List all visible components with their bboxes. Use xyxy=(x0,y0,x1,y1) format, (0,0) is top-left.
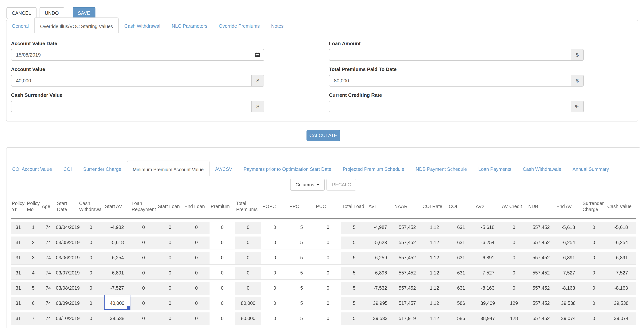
table-cell[interactable]: 557,452 xyxy=(393,249,421,264)
table-cell[interactable]: 517,919 xyxy=(393,310,421,325)
table-cell[interactable]: 0 xyxy=(501,279,527,295)
table-cell[interactable] xyxy=(235,325,261,328)
table-cell[interactable]: 5 xyxy=(288,234,315,249)
table-cell[interactable]: 0 xyxy=(157,264,183,279)
tab-payments-prior-to-optimization-start-date[interactable]: Payments prior to Optimization Start Dat… xyxy=(238,163,337,176)
table-cell[interactable]: 03/06/2019 xyxy=(56,249,78,264)
table-cell[interactable]: 0 xyxy=(157,279,183,295)
table-cell[interactable] xyxy=(393,325,421,328)
table-cell[interactable]: 1.12 xyxy=(421,279,448,295)
calculate-button[interactable]: CALCULATE xyxy=(306,130,340,141)
table-cell[interactable]: -8,163 xyxy=(606,279,636,295)
total-premiums-paid-input[interactable] xyxy=(329,75,571,87)
table-cell[interactable]: 586 xyxy=(448,310,474,325)
table-cell[interactable]: 5 xyxy=(288,279,315,295)
table-cell[interactable]: 586 xyxy=(448,295,474,310)
table-cell[interactable]: 0 xyxy=(183,310,210,325)
table-cell[interactable]: 0 xyxy=(78,234,104,249)
table-cell[interactable]: 1.12 xyxy=(421,295,448,310)
table-cell[interactable]: 2 xyxy=(26,234,41,249)
table-cell[interactable]: 5 xyxy=(341,295,367,310)
calendar-button[interactable] xyxy=(250,49,264,61)
table-cell[interactable]: 03/05/2019 xyxy=(56,234,78,249)
tab-ndb-payment-schedule[interactable]: NDB Payment Schedule xyxy=(410,163,473,176)
table-cell[interactable]: 557,452 xyxy=(527,279,555,295)
table-cell[interactable] xyxy=(341,325,367,328)
selected-cell[interactable]: 40,000 xyxy=(104,295,130,310)
table-cell[interactable]: 5 xyxy=(26,279,41,295)
table-cell[interactable] xyxy=(367,325,393,328)
table-cell[interactable]: -7,532 xyxy=(367,279,393,295)
table-cell[interactable]: 129 xyxy=(501,295,527,310)
table-cell[interactable]: 0 xyxy=(210,310,235,325)
table-cell[interactable]: 5 xyxy=(341,279,367,295)
table-cell[interactable]: 74 xyxy=(41,279,56,295)
table-cell[interactable]: -6,254 xyxy=(606,234,636,249)
table-cell[interactable]: -7,527 xyxy=(555,264,582,279)
table-cell[interactable] xyxy=(606,325,636,328)
table-cell[interactable]: 03/04/2019 xyxy=(56,219,78,234)
table-cell[interactable]: 80,000 xyxy=(235,295,261,310)
table-cell[interactable]: 74 xyxy=(41,310,56,325)
table-cell[interactable]: 557,452 xyxy=(393,264,421,279)
table-cell[interactable]: -6,254 xyxy=(474,234,501,249)
table-cell[interactable]: 0 xyxy=(315,295,341,310)
table-cell[interactable]: 0 xyxy=(130,234,157,249)
table-cell[interactable]: 0 xyxy=(183,219,210,234)
table-cell[interactable]: 1.12 xyxy=(421,249,448,264)
table-cell[interactable] xyxy=(261,325,288,328)
table-cell[interactable]: 0 xyxy=(183,234,210,249)
table-cell[interactable]: 557,452 xyxy=(527,295,555,310)
table-cell[interactable]: 39,074 xyxy=(606,310,636,325)
table-cell[interactable] xyxy=(210,325,235,328)
table-cell[interactable]: 0 xyxy=(183,249,210,264)
table-cell[interactable]: 0 xyxy=(261,219,288,234)
table-cell[interactable]: 39,538 xyxy=(555,295,582,310)
table-cell[interactable]: -5,623 xyxy=(367,234,393,249)
table-cell[interactable]: 0 xyxy=(210,219,235,234)
table-cell[interactable]: 0 xyxy=(501,234,527,249)
table-cell[interactable]: 631 xyxy=(448,234,474,249)
table-cell[interactable]: 517,457 xyxy=(393,295,421,310)
table-cell[interactable]: 74 xyxy=(41,219,56,234)
table-cell[interactable]: 128 xyxy=(501,310,527,325)
table-cell[interactable]: 0 xyxy=(582,310,606,325)
loan-amount-input[interactable] xyxy=(329,49,571,61)
table-cell[interactable] xyxy=(104,325,130,328)
table-cell[interactable]: 39,074 xyxy=(555,310,582,325)
table-cell[interactable]: -4,982 xyxy=(104,219,130,234)
table-cell[interactable]: 0 xyxy=(501,249,527,264)
tab-nlg-parameters[interactable]: NLG Parameters xyxy=(166,20,213,33)
table-cell[interactable]: 4 xyxy=(26,264,41,279)
table-cell[interactable]: 1.12 xyxy=(421,219,448,234)
table-cell[interactable]: 5 xyxy=(288,219,315,234)
table-cell[interactable]: 0 xyxy=(210,264,235,279)
table-cell[interactable]: 0 xyxy=(582,249,606,264)
table-cell[interactable]: 74 xyxy=(41,295,56,310)
table-cell[interactable]: -6,891 xyxy=(104,264,130,279)
table-cell[interactable]: 31 xyxy=(11,310,26,325)
table-cell[interactable]: 0 xyxy=(130,279,157,295)
table-cell[interactable] xyxy=(555,325,582,328)
table-cell[interactable]: 39,538 xyxy=(104,310,130,325)
table-cell[interactable] xyxy=(26,325,41,328)
undo-button[interactable]: UNDO xyxy=(39,7,64,19)
table-cell[interactable] xyxy=(582,325,606,328)
recalc-button[interactable]: RECALC xyxy=(326,179,356,190)
table-cell[interactable]: 80,000 xyxy=(235,310,261,325)
table-cell[interactable]: 0 xyxy=(78,219,104,234)
table-cell[interactable]: 0 xyxy=(157,295,183,310)
table-cell[interactable]: 0 xyxy=(261,264,288,279)
table-cell[interactable]: 0 xyxy=(235,234,261,249)
table-cell[interactable]: -7,527 xyxy=(606,264,636,279)
table-cell[interactable]: 557,452 xyxy=(527,249,555,264)
table-cell[interactable]: 0 xyxy=(157,310,183,325)
table-cell[interactable]: 0 xyxy=(315,234,341,249)
table-cell[interactable]: 0 xyxy=(261,310,288,325)
tab-override-premiums[interactable]: Override Premiums xyxy=(213,20,266,33)
table-cell[interactable] xyxy=(527,325,555,328)
table-cell[interactable]: 03/09/2019 xyxy=(56,295,78,310)
table-cell[interactable]: 0 xyxy=(235,219,261,234)
table-cell[interactable]: -6,891 xyxy=(555,249,582,264)
cancel-button[interactable]: CANCEL xyxy=(6,7,36,19)
